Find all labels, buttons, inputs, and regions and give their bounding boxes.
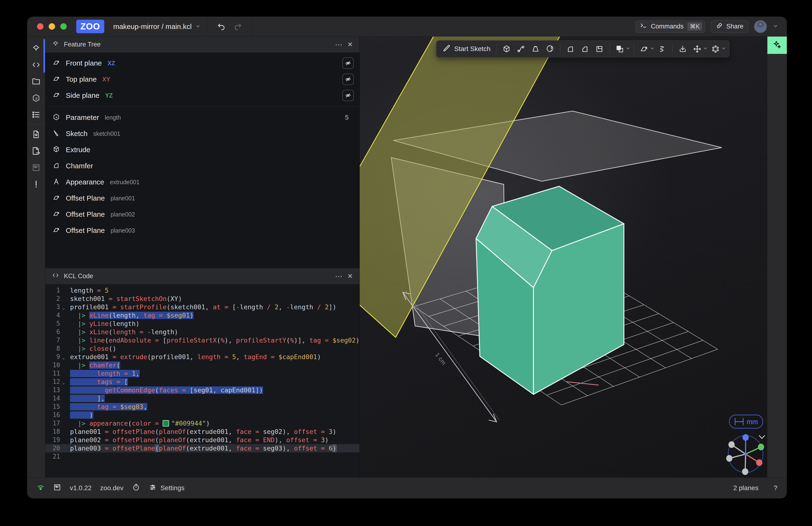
- plane-tool-button[interactable]: [637, 42, 651, 56]
- sidebar-item-machine[interactable]: [27, 159, 45, 176]
- start-sketch-button[interactable]: Start Sketch: [440, 42, 493, 56]
- feature-tree-row[interactable]: Front planeXZ: [45, 55, 360, 71]
- move-tool-button[interactable]: [691, 42, 704, 56]
- share-button[interactable]: Share: [711, 20, 748, 33]
- panel-title: KCL Code: [64, 273, 93, 280]
- timer-icon[interactable]: [132, 483, 140, 493]
- feature-tree-row[interactable]: Offset Planeplane003: [45, 222, 360, 238]
- gizmo-menu-chevron-icon[interactable]: [759, 436, 765, 438]
- panel-menu-button[interactable]: ⋯: [335, 41, 343, 48]
- close-window-button[interactable]: [37, 23, 43, 30]
- sidebar-item-feature-tree[interactable]: [27, 40, 45, 57]
- plane-menu-chevron-icon[interactable]: [650, 46, 655, 52]
- panel-close-button[interactable]: ✕: [347, 273, 353, 280]
- sidebar-item-project-files[interactable]: [27, 73, 45, 90]
- pattern-menu-chevron-icon[interactable]: [721, 46, 726, 52]
- network-status-icon[interactable]: [37, 483, 45, 493]
- zoo-dev-link[interactable]: zoo.dev: [100, 484, 124, 492]
- fold-gutter: [60, 311, 67, 320]
- sidebar-item-logs[interactable]: [27, 106, 45, 123]
- share-label: Share: [726, 23, 743, 30]
- avatar[interactable]: [754, 20, 767, 33]
- svg-text:x: x: [35, 96, 38, 100]
- scale-label: 1 cm: [435, 351, 447, 366]
- user-menu-chevron-icon[interactable]: [772, 23, 778, 30]
- maximize-window-button[interactable]: [60, 23, 67, 30]
- help-button[interactable]: ?: [773, 484, 777, 492]
- unit-badge[interactable]: mm: [729, 415, 763, 428]
- sidebar-item-file-import[interactable]: [27, 126, 45, 143]
- chamfer-icon: [53, 162, 60, 170]
- visibility-toggle-button[interactable]: [342, 57, 354, 69]
- loft-tool-button[interactable]: [529, 42, 542, 56]
- extrude-tool-button[interactable]: [500, 42, 513, 56]
- move-menu-chevron-icon[interactable]: [703, 46, 708, 52]
- sidebar-item-file-export[interactable]: [27, 143, 45, 159]
- project-title-menu[interactable]: makeup-mirror / main.kcl: [113, 23, 201, 31]
- scene-canvas[interactable]: 1 cm mm: [360, 36, 767, 477]
- commands-button[interactable]: Commands ⌘K: [635, 20, 705, 33]
- visibility-toggle-button[interactable]: [342, 74, 354, 85]
- viewport-3d[interactable]: 1 cm mm: [360, 36, 767, 477]
- helix-tool-button[interactable]: [655, 42, 669, 56]
- fillet-tool-button[interactable]: [564, 42, 577, 56]
- shell-tool-button[interactable]: [593, 42, 606, 56]
- sweep-tool-button[interactable]: [514, 42, 528, 56]
- feature-tree-row[interactable]: xParameterlength5: [45, 109, 360, 126]
- sidebar-item-errors[interactable]: [27, 176, 45, 192]
- line-number: 14: [46, 394, 60, 403]
- panel-close-button[interactable]: ✕: [347, 41, 353, 48]
- sidebar-item-variables[interactable]: x: [27, 90, 45, 106]
- feature-detail: extrude001: [110, 179, 140, 186]
- color-swatch[interactable]: [163, 420, 169, 426]
- sidebar-item-kcl-code[interactable]: [27, 57, 45, 73]
- feature-tree-row[interactable]: Side planeYZ: [45, 87, 360, 103]
- feature-tree-row[interactable]: Offset Planeplane002: [45, 206, 360, 222]
- feature-tree-row[interactable]: Top planeXY: [45, 71, 360, 87]
- pencil-icon: [442, 44, 451, 54]
- fold-chevron-icon[interactable]: ⌄: [60, 378, 67, 386]
- line-number: 18: [46, 427, 60, 436]
- code-line: 10 |> chamfer(: [45, 361, 360, 369]
- zoo-logo[interactable]: ZOO: [76, 20, 104, 33]
- feature-tree-row[interactable]: Chamfer: [45, 158, 360, 174]
- code-editor[interactable]: 1length = 52sketch001 = startSketchOn(XY…: [45, 284, 360, 477]
- boolean-tool-button[interactable]: [613, 42, 626, 56]
- undo-button[interactable]: [217, 22, 226, 31]
- revolve-tool-button[interactable]: [543, 42, 557, 56]
- feature-tree-row[interactable]: Appearanceextrude001: [45, 174, 360, 190]
- app-version: v1.0.22: [70, 484, 92, 492]
- sliders-icon: [149, 483, 157, 493]
- fold-chevron-icon[interactable]: ⌄: [60, 353, 67, 361]
- insert-tool-button[interactable]: [676, 42, 690, 56]
- plane-axis: XZ: [107, 60, 115, 67]
- code-line: 3⌄profile001 = startProfile(sketch001, a…: [45, 303, 360, 311]
- orientation-gizmo[interactable]: [726, 434, 764, 475]
- panel-menu-button[interactable]: ⋯: [335, 273, 343, 280]
- chamfer-tool-button[interactable]: [578, 42, 592, 56]
- machine-icon[interactable]: [53, 483, 61, 493]
- plane-icon: [53, 91, 60, 100]
- active-panels-indicator: [43, 39, 45, 73]
- svg-text:x: x: [55, 115, 57, 119]
- extrude-cube[interactable]: [476, 186, 624, 394]
- settings-button[interactable]: Settings: [149, 483, 185, 493]
- visibility-toggle-button[interactable]: [342, 90, 354, 101]
- line-number: 3: [46, 303, 60, 311]
- pattern-tool-button[interactable]: [709, 42, 722, 56]
- fold-chevron-icon[interactable]: ⌄: [60, 303, 67, 311]
- line-number: 6: [46, 328, 60, 336]
- sketch-segment-red[interactable]: [566, 382, 598, 385]
- feature-tree-row[interactable]: Sketchsketch001: [45, 126, 360, 142]
- minimize-window-button[interactable]: [49, 23, 55, 30]
- terminal-icon: [640, 22, 647, 31]
- link-icon: [716, 22, 723, 31]
- feature-tree-row[interactable]: Extrude: [45, 142, 360, 158]
- feature-tree-row[interactable]: Offset Planeplane001: [45, 190, 360, 206]
- feature-label: Sketch: [66, 130, 88, 138]
- feature-tree-panel: Feature Tree ⋯ ✕ Front planeXZTop planeX…: [45, 36, 360, 268]
- redo-button[interactable]: [234, 22, 242, 31]
- code-line: 2sketch001 = startSketchOn(XY): [45, 295, 360, 303]
- boolean-menu-chevron-icon[interactable]: [626, 46, 630, 52]
- text-to-cad-ai-button[interactable]: [767, 36, 787, 54]
